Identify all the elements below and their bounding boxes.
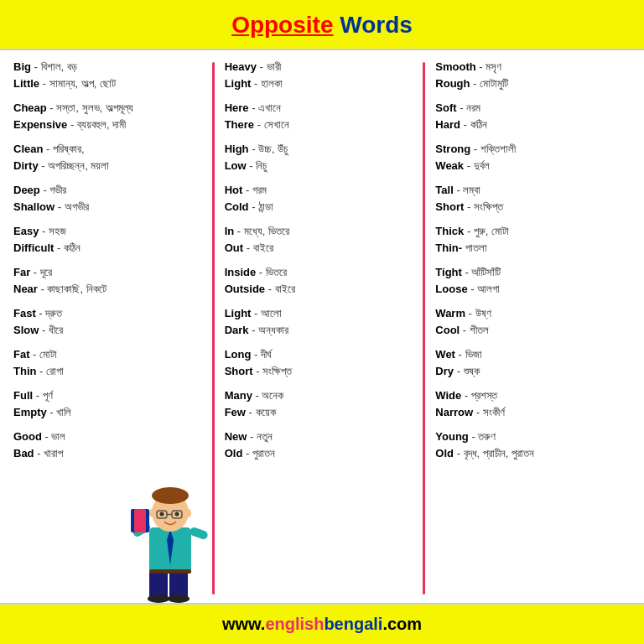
word-bengali: - পুরাতন	[242, 447, 275, 460]
word-line-3-9-2: Narrow - সংকীর্ণ	[435, 404, 624, 421]
word-pair-col1-10: Good - ভালBad - খারাপ	[13, 428, 202, 461]
word-line-2-5-2: Out - বাইরে	[225, 240, 413, 257]
word-english: Clean	[13, 143, 43, 155]
word-line-1-7-2: Slow - ধীরে	[13, 322, 202, 339]
word-line-3-1-2: Rough - মোটামুটি	[435, 75, 624, 92]
word-english: Dry	[435, 365, 454, 377]
word-bengali: - রোগা	[36, 365, 64, 377]
word-pair-col1-7: Fast - দ্রুতSlow - ধীরে	[13, 305, 202, 338]
word-english: In	[225, 225, 235, 237]
word-line-1-8-2: Thin - রোগা	[13, 363, 202, 380]
word-english: Thin	[13, 365, 36, 377]
word-bengali: - তরুণ	[469, 430, 496, 443]
word-pair-col3-10: Young - তরুণOld - বৃদ্ধ, প্রাচীন, পুরাতন	[435, 428, 624, 461]
word-bengali: - গরম	[242, 184, 267, 196]
word-line-3-4-1: Tall - লম্বা	[435, 182, 624, 199]
word-line-2-8-2: Short - সংক্ষিপ্ত	[225, 363, 413, 380]
word-english: Empty	[13, 406, 47, 418]
word-line-3-4-2: Short - সংক্ষিপ্ত	[435, 199, 624, 216]
column-2: Heavy - ভারীLight - হালকাHere - এখানেThe…	[218, 59, 420, 598]
word-english: Dark	[225, 324, 249, 336]
word-bengali: - কয়েক	[246, 406, 276, 418]
svg-point-7	[160, 512, 164, 517]
word-pair-col3-5: Thick - পুরু, মোটাThin- পাতলা	[435, 223, 624, 256]
word-line-2-9-2: Few - কয়েক	[225, 404, 413, 421]
word-pair-col3-7: Warm - উষ্ণCool - শীতল	[435, 305, 624, 338]
word-english: Little	[13, 77, 39, 90]
word-bengali: - সেখানে	[254, 118, 289, 131]
header: Opposite Words	[0, 0, 644, 50]
word-bengali: - খারাপ	[34, 447, 64, 460]
word-bengali: - ভিতরে	[256, 266, 287, 278]
word-english: Tall	[435, 184, 453, 196]
word-pair-col2-9: Many - অনেকFew - কয়েক	[225, 387, 413, 420]
word-bengali: - আলগা	[468, 283, 501, 295]
title-opposite: Opposite	[231, 12, 333, 38]
word-pair-col1-8: Fat - মোটাThin - রোগা	[13, 346, 202, 379]
svg-rect-13	[149, 571, 168, 598]
word-bengali: - মসৃণ	[476, 60, 502, 73]
word-bengali: - মধ্যে, ভিতরে	[234, 225, 289, 237]
word-line-3-10-2: Old - বৃদ্ধ, প্রাচীন, পুরাতন	[435, 445, 624, 462]
page: Opposite Words Big - বিশাল, বড়Little - …	[0, 0, 644, 644]
word-bengali: - অনেক	[252, 389, 284, 402]
word-bengali: - নরম	[457, 101, 481, 114]
word-bengali: - দূরে	[30, 266, 52, 278]
word-english: Dirty	[13, 159, 39, 172]
divider-2	[423, 62, 425, 595]
word-line-1-2-1: Cheap - সস্তা, সুলভ, অল্পমূল্য	[13, 100, 202, 117]
word-line-2-10-1: New - নতুন	[225, 428, 413, 445]
word-bengali: - সস্তা, সুলভ, অল্পমূল্য	[47, 101, 133, 114]
word-line-3-8-1: Wet - ভিজা	[435, 346, 624, 363]
svg-point-18	[149, 509, 154, 517]
word-pair-col1-6: Far - দূরেNear - কাছাকাছি, নিকটে	[13, 264, 202, 297]
word-line-1-3-2: Dirty - অপরিচ্ছন্ন, ময়লা	[13, 158, 202, 174]
footer-www: www.	[222, 615, 265, 633]
word-line-1-6-1: Far - দূরে	[13, 264, 202, 281]
word-english: Expensive	[13, 118, 67, 131]
word-line-1-3-1: Clean - পরিষ্কার,	[13, 141, 202, 158]
word-english: Many	[225, 389, 252, 402]
word-english: Easy	[13, 225, 39, 237]
word-bengali: - কাছাকাছি, নিকটে	[38, 283, 106, 295]
svg-point-3	[152, 487, 189, 504]
word-line-3-8-2: Dry - শুষ্ক	[435, 363, 624, 380]
word-pair-col1-9: Full - পূর্ণEmpty - খালি	[13, 387, 202, 420]
page-title: Opposite Words	[8, 12, 636, 39]
word-bengali: - নিচু	[247, 159, 267, 172]
word-english: Warm	[435, 307, 465, 319]
word-line-1-9-2: Empty - খালি	[13, 404, 202, 421]
word-english: Cool	[435, 324, 460, 336]
word-english: Near	[13, 283, 38, 295]
word-pair-col2-2: Here - এখানেThere - সেখানে	[225, 100, 413, 132]
word-bengali: - ধীরে	[39, 324, 63, 336]
word-bengali: - বাইরে	[265, 283, 295, 295]
word-bengali: - অন্ধকার	[249, 324, 289, 336]
word-pair-col3-6: Tight - আঁটিসাঁটিLoose - আলগা	[435, 264, 624, 297]
svg-point-15	[148, 595, 169, 603]
word-bengali: - বিশাল, বড়	[31, 60, 77, 73]
word-bengali: - ঠান্ডা	[249, 200, 274, 213]
word-pair-col2-4: Hot - গরমCold - ঠান্ডা	[225, 182, 413, 215]
word-pair-col1-1: Big - বিশাল, বড়Little - সামান্য, অল্প, …	[13, 59, 202, 91]
word-english: Here	[225, 101, 249, 114]
word-bengali: - বাইরে	[243, 242, 273, 254]
word-pair-col2-8: Long - দীর্ঘShort - সংক্ষিপ্ত	[225, 346, 413, 379]
word-bengali: - আলো	[251, 307, 282, 319]
word-line-2-4-1: Hot - গরম	[225, 182, 413, 199]
word-line-1-5-2: Difficult - কঠিন	[13, 240, 202, 257]
word-english: Narrow	[435, 406, 473, 418]
word-english: Short	[435, 200, 464, 213]
word-english: Few	[225, 406, 246, 418]
word-bengali: - শক্তিশালী	[470, 143, 516, 155]
word-english: Young	[435, 430, 468, 443]
word-english: Light	[225, 307, 252, 319]
word-bengali: পাতলা	[462, 242, 487, 254]
word-bengali: - কঠিন	[460, 118, 487, 131]
word-line-1-8-1: Fat - মোটা	[13, 346, 202, 363]
word-bengali: - পরিষ্কার,	[43, 143, 84, 155]
word-line-3-7-2: Cool - শীতল	[435, 322, 624, 339]
word-english: Short	[225, 365, 253, 377]
footer-url: www.englishbengali.com	[222, 615, 422, 633]
word-bengali: - ব্যয়বহুল, দামী	[67, 118, 126, 131]
